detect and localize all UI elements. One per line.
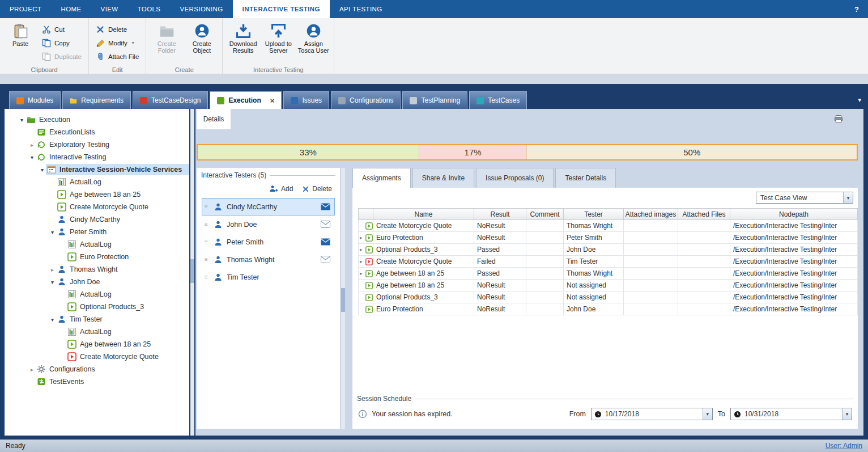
column-result[interactable]: Result (474, 209, 526, 220)
add-tester-button[interactable]: Add (269, 184, 293, 193)
mail-outline-icon[interactable] (321, 221, 330, 228)
tab-issues[interactable]: Issues (283, 91, 329, 109)
collapse-icon[interactable] (49, 267, 56, 273)
table-row[interactable]: Euro Protection NoResult Peter Smith /Ex… (359, 232, 858, 244)
collapse-icon[interactable] (28, 366, 36, 373)
help-button[interactable]: ? (845, 0, 868, 18)
mail-sent-icon[interactable] (321, 238, 330, 246)
printer-icon[interactable] (834, 115, 843, 124)
attach-file-button[interactable]: Attach File (93, 51, 141, 62)
view-selector[interactable]: Test Case View (756, 192, 853, 204)
paste-button[interactable]: Paste (5, 19, 36, 65)
menu-view[interactable]: VIEW (91, 0, 128, 18)
tree-item-john-doe[interactable]: John Doe (5, 276, 189, 288)
expand-icon[interactable] (49, 229, 56, 235)
tree-item-actuallog[interactable]: ActualLog (5, 238, 189, 251)
tree-item-execution[interactable]: Execution (5, 113, 189, 126)
menu-tools[interactable]: TOOLS (128, 0, 171, 18)
tab-execution[interactable]: Execution× (210, 91, 282, 109)
assign-tosca-user-button[interactable]: Assign Tosca User (297, 19, 329, 65)
table-row[interactable]: Create Motorcycle Quote NoResult Thomas … (359, 220, 858, 232)
column-nodepath[interactable]: Nodepath (730, 209, 858, 220)
column-attached-images[interactable]: Attached images (624, 209, 678, 220)
tab-testcases[interactable]: TestCases (469, 91, 527, 109)
chevron-down-icon[interactable] (703, 408, 712, 420)
expand-icon[interactable] (360, 247, 364, 252)
table-row[interactable]: Optional Products_3 NoResult Not assigne… (359, 292, 858, 303)
expand-icon[interactable] (49, 279, 56, 285)
drag-handle-icon[interactable] (205, 221, 210, 227)
mail-sent-icon[interactable] (321, 203, 330, 210)
tree-item-age-between[interactable]: Age between 18 an 25 (5, 338, 189, 350)
create-folder-button[interactable]: Create Folder (151, 19, 182, 65)
menu-interactive-testing[interactable]: INTERACTIVE TESTING (233, 0, 330, 18)
tab-share-invite[interactable]: Share & Invite (412, 168, 474, 188)
expand-icon[interactable] (360, 259, 364, 264)
tree-item-create-motorcycle-quote[interactable]: Create Motorcycle Quote (5, 201, 189, 213)
tree-item-create-motorcycle-quote-failed[interactable]: Create Motorcycle Quote (5, 350, 189, 363)
tree-item-interactive-testing[interactable]: Interactive Testing (5, 151, 189, 163)
tab-tester-details[interactable]: Tester Details (555, 168, 616, 188)
drag-handle-icon[interactable] (205, 274, 210, 280)
create-object-button[interactable]: Create Object (186, 19, 218, 65)
column-tester[interactable]: Tester (564, 209, 624, 220)
close-icon[interactable]: × (270, 96, 275, 105)
table-row[interactable]: Age between 18 an 25 Passed Thomas Wrigh… (359, 268, 858, 280)
collapse-icon[interactable] (28, 142, 36, 148)
tab-modules[interactable]: Modules (9, 91, 61, 109)
table-row[interactable]: Euro Protection NoResult John Doe /Execu… (359, 303, 858, 315)
tree-item-interactive-session[interactable]: Interactive Session-Vehicle Services (5, 163, 189, 176)
menu-project[interactable]: PROJECT (0, 0, 51, 18)
expand-icon[interactable] (49, 316, 56, 323)
tree-splitter[interactable] (189, 109, 195, 436)
menu-versioning[interactable]: VERSIONING (170, 0, 232, 18)
expand-icon[interactable] (39, 167, 46, 173)
tab-testplanning[interactable]: TestPlanning (402, 91, 467, 109)
tab-assignments[interactable]: Assignments (352, 168, 411, 188)
tree-item-thomas-wright[interactable]: Thomas Wright (5, 263, 189, 276)
chevron-down-icon[interactable] (843, 192, 853, 203)
tester-row[interactable]: Thomas Wright (202, 251, 335, 268)
tree-item-actuallog[interactable]: ActualLog (5, 176, 189, 188)
tree-item-age-between[interactable]: Age between 18 an 25 (5, 188, 189, 201)
tree-item-executionlists[interactable]: ExecutionLists (5, 126, 189, 138)
tree-item-euro-protection[interactable]: Euro Protection (5, 251, 189, 263)
tree-item-configurations[interactable]: Configurations (5, 363, 189, 375)
chevron-down-icon[interactable] (842, 408, 852, 420)
testers-splitter[interactable] (340, 168, 346, 429)
tree-item-cindy-mccarthy[interactable]: Cindy McCarthy (5, 213, 189, 226)
tab-issue-proposals[interactable]: Issue Proposals (0) (476, 168, 554, 188)
tester-row[interactable]: Peter Smith (202, 233, 335, 251)
copy-button[interactable]: Copy (40, 37, 84, 48)
menu-home[interactable]: HOME (51, 0, 91, 18)
upload-to-server-button[interactable]: Upload to Server (262, 19, 294, 65)
delete-tester-button[interactable]: Delete (302, 185, 332, 193)
from-date-picker[interactable]: 10/17/2018 (591, 408, 713, 420)
to-date-picker[interactable]: 10/31/2018 (730, 408, 852, 420)
drag-handle-icon[interactable] (205, 256, 210, 263)
tree-item-tim-tester[interactable]: Tim Tester (5, 313, 189, 326)
tester-row[interactable]: Tim Tester (202, 268, 335, 286)
tree-item-exploratory-testing[interactable]: Exploratory Testing (5, 138, 189, 151)
chevron-down-icon[interactable]: ▾ (858, 96, 861, 104)
tree-item-actuallog[interactable]: ActualLog (5, 288, 189, 301)
modify-button[interactable]: Modify ▾ (93, 37, 141, 48)
delete-button[interactable]: Delete (93, 24, 141, 35)
column-comment[interactable]: Comment (526, 209, 564, 220)
expand-icon[interactable] (28, 154, 36, 160)
expand-icon[interactable] (360, 271, 364, 276)
chevron-down-icon[interactable]: ▾ (132, 40, 134, 45)
table-row[interactable]: Optional Products_3 Passed John Doe /Exe… (359, 244, 858, 256)
tester-row[interactable]: Cindy McCarthy (202, 198, 335, 216)
tab-details[interactable]: Details (197, 109, 231, 129)
tab-testcasedesign[interactable]: TestCaseDesign (133, 91, 208, 109)
column-attached-files[interactable]: Attached Files (678, 209, 730, 220)
tab-configurations[interactable]: Configurations (331, 91, 401, 109)
tree-item-peter-smith[interactable]: Peter Smith (5, 226, 189, 238)
expand-icon[interactable] (360, 235, 364, 240)
expand-icon[interactable] (18, 117, 25, 123)
download-results-button[interactable]: Download Results (227, 19, 259, 65)
column-name[interactable]: Name (373, 209, 474, 220)
tester-row[interactable]: John Doe (202, 216, 335, 233)
mail-outline-icon[interactable] (321, 256, 330, 263)
